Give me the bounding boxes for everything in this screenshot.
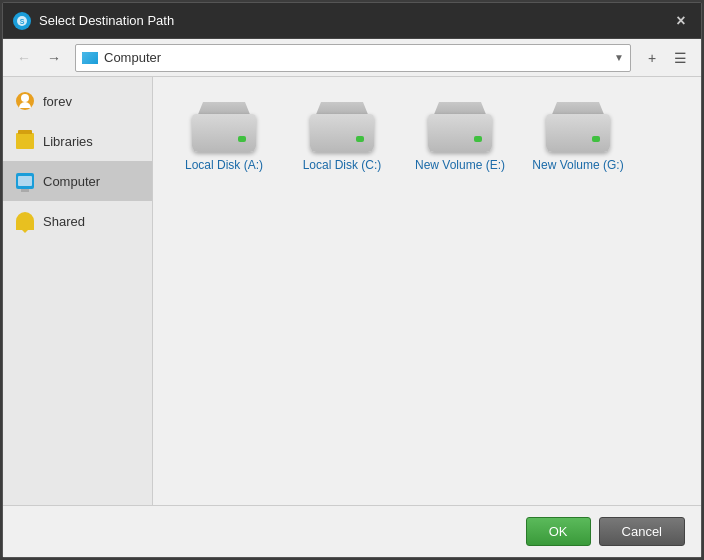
toolbar: ← → Computer ▼ + ☰ [3, 39, 701, 77]
title-bar: S Select Destination Path × [3, 3, 701, 39]
address-bar: Computer ▼ [75, 44, 631, 72]
select-destination-dialog: S Select Destination Path × ← → Computer… [2, 2, 702, 558]
shared-icon [15, 211, 35, 231]
close-button[interactable]: × [671, 11, 691, 31]
sidebar-item-libraries[interactable]: Libraries [3, 121, 152, 161]
file-item-drive-c[interactable]: Local Disk (C:) [287, 93, 397, 183]
cancel-button[interactable]: Cancel [599, 517, 685, 546]
sidebar-item-shared[interactable]: Shared [3, 201, 152, 241]
sidebar-item-forev[interactable]: forev [3, 81, 152, 121]
computer-icon [15, 171, 35, 191]
drive-icon-a [189, 102, 259, 152]
address-dropdown-icon[interactable]: ▼ [614, 52, 624, 63]
footer: OK Cancel [3, 505, 701, 557]
file-grid: Local Disk (A:) Local Disk (C:) [169, 93, 685, 183]
forward-button[interactable]: → [41, 45, 67, 71]
drive-icon-g [543, 102, 613, 152]
file-item-drive-a[interactable]: Local Disk (A:) [169, 93, 279, 183]
address-bar-icon [82, 52, 98, 64]
libraries-icon [15, 131, 35, 151]
sidebar-label-shared: Shared [43, 214, 85, 229]
sidebar-item-computer[interactable]: Computer [3, 161, 152, 201]
content-area: forev Libraries Computer Shared [3, 77, 701, 505]
new-folder-button[interactable]: + [639, 45, 665, 71]
toolbar-actions: + ☰ [639, 45, 693, 71]
svg-text:S: S [20, 18, 25, 25]
main-content: Local Disk (A:) Local Disk (C:) [153, 77, 701, 505]
file-label-drive-a: Local Disk (A:) [185, 158, 263, 174]
sidebar-label-forev: forev [43, 94, 72, 109]
drive-icon-e [425, 102, 495, 152]
user-icon [15, 91, 35, 111]
file-label-drive-g: New Volume (G:) [532, 158, 623, 174]
ok-button[interactable]: OK [526, 517, 591, 546]
address-text: Computer [104, 50, 614, 65]
dialog-icon: S [13, 12, 31, 30]
sidebar-label-computer: Computer [43, 174, 100, 189]
file-item-drive-g[interactable]: New Volume (G:) [523, 93, 633, 183]
view-toggle-button[interactable]: ☰ [667, 45, 693, 71]
drive-icon-c [307, 102, 377, 152]
file-item-drive-e[interactable]: New Volume (E:) [405, 93, 515, 183]
sidebar: forev Libraries Computer Shared [3, 77, 153, 505]
file-label-drive-e: New Volume (E:) [415, 158, 505, 174]
back-button[interactable]: ← [11, 45, 37, 71]
sidebar-label-libraries: Libraries [43, 134, 93, 149]
file-label-drive-c: Local Disk (C:) [303, 158, 382, 174]
dialog-title: Select Destination Path [39, 13, 671, 28]
